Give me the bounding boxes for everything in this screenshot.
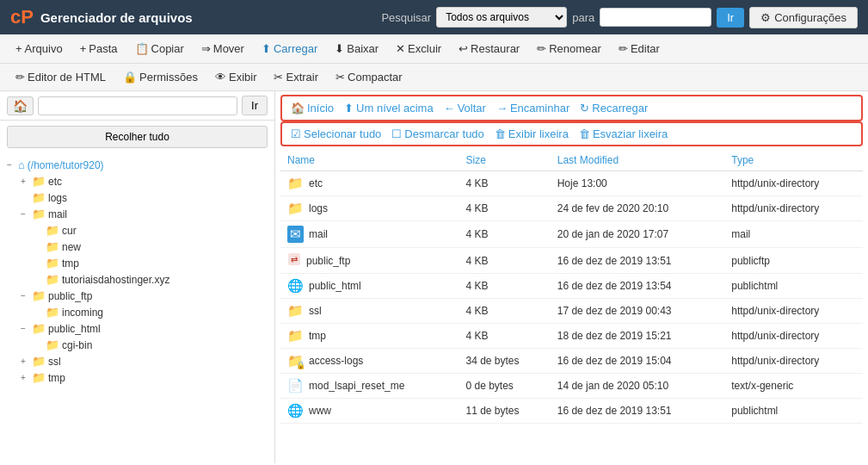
new-file-button[interactable]: + Arquivo — [9, 40, 70, 58]
tree-item-new[interactable]: 📁 new — [34, 239, 268, 255]
tree-root[interactable]: − ⌂ (/home/tutor920) — [7, 157, 268, 173]
file-modified: 16 de dez de 2019 13:54 — [551, 274, 725, 299]
tree-item-cur[interactable]: 📁 cur — [34, 222, 268, 239]
table-row[interactable]: 📄 mod_lsapi_reset_me 0 de bytes 14 de ja… — [280, 374, 863, 399]
config-button[interactable]: ⚙ Configurações — [749, 7, 858, 28]
folder-icon-tmp-root: 📁 — [32, 371, 46, 384]
file-icon: 📁 — [287, 328, 304, 344]
tree-item-etc[interactable]: + 📁 etc — [21, 173, 268, 189]
search-input[interactable] — [600, 8, 711, 27]
tree-mail-children: 📁 cur 📁 new 📁 tmp — [21, 222, 268, 288]
back-link[interactable]: ← Voltar — [444, 102, 486, 115]
folder-icon-tutoriais: 📁 — [46, 273, 59, 286]
toolbar2: ✏ Editor de HTML 🔒 Permissões 👁 Exibir ✂… — [0, 64, 868, 91]
folder-icon-ssl: 📁 — [32, 355, 46, 368]
tree-root-children: + 📁 etc 📁 logs − 📁 mail — [7, 173, 268, 386]
col-name[interactable]: Name — [280, 150, 459, 171]
inicio-link[interactable]: 🏠 Início — [291, 102, 334, 115]
file-size: 4 KB — [459, 248, 550, 274]
file-type: mail — [724, 221, 863, 248]
path-input[interactable] — [38, 96, 237, 115]
html-editor-button[interactable]: ✏ Editor de HTML — [9, 68, 113, 86]
permissions-button[interactable]: 🔒 Permissões — [116, 68, 205, 86]
home-folder-icon: ⌂ — [18, 158, 25, 171]
tree-item-logs[interactable]: 📁 logs — [21, 189, 268, 206]
file-name: access-logs — [309, 355, 363, 367]
search-label: Pesquisar — [381, 11, 431, 24]
table-row[interactable]: 📁 ssl 4 KB 17 de dez de 2019 00:43 httpd… — [280, 299, 863, 324]
tree-item-ssl[interactable]: + 📁 ssl — [21, 353, 268, 369]
rename-button[interactable]: ✏ Renomear — [530, 40, 608, 58]
upload-button[interactable]: ⬆ Carregar — [255, 40, 324, 58]
file-size: 4 KB — [459, 221, 550, 248]
table-row[interactable]: 📁🔒 access-logs 34 de bytes 16 de dez de … — [280, 349, 863, 374]
search-type-select[interactable]: Todos os arquivos Nomes de arquivos Cont… — [436, 7, 567, 28]
download-button[interactable]: ⬇ Baixar — [328, 40, 385, 58]
table-row[interactable]: 📁 etc 4 KB Hoje 13:00 httpd/unix-directo… — [280, 171, 863, 196]
file-name-cell[interactable]: 📁🔒 access-logs — [280, 349, 459, 374]
table-row[interactable]: 📁 logs 4 KB 24 de fev de 2020 20:10 http… — [280, 196, 863, 221]
file-name-cell[interactable]: 📁 tmp — [280, 324, 459, 349]
compress-button[interactable]: ✂ Compactar — [329, 68, 409, 86]
col-type[interactable]: Type — [724, 150, 863, 171]
up-level-link[interactable]: ⬆ Um nível acima — [344, 102, 434, 115]
file-name-cell[interactable]: 📁 ssl — [280, 299, 459, 324]
file-icon: ✉ — [287, 226, 304, 243]
collapse-all-button[interactable]: Recolher tudo — [7, 126, 268, 148]
file-name-cell[interactable]: 📄 mod_lsapi_reset_me — [280, 374, 459, 399]
file-name-cell[interactable]: 🌐 www — [280, 399, 459, 424]
col-modified[interactable]: Last Modified — [551, 150, 725, 171]
file-modified: 14 de jan de 2020 05:10 — [551, 374, 725, 399]
table-row[interactable]: 🌐 public_html 4 KB 16 de dez de 2019 13:… — [280, 274, 863, 299]
table-row[interactable]: 🌐 www 11 de bytes 16 de dez de 2019 13:5… — [280, 399, 863, 424]
empty-trash-link[interactable]: 🗑 Esvaziar lixeira — [579, 127, 668, 140]
table-row[interactable]: ✉ mail 4 KB 20 de jan de 2020 17:07 mail — [280, 221, 863, 248]
file-size: 0 de bytes — [459, 374, 550, 399]
deselect-all-link[interactable]: ☐ Desmarcar tudo — [391, 127, 483, 140]
delete-button[interactable]: ✕ Excluir — [389, 40, 448, 58]
reload-link[interactable]: ↻ Recarregar — [580, 102, 648, 115]
tree-item-public-ftp[interactable]: − 📁 public_ftp — [21, 288, 268, 304]
table-row[interactable]: 📁 tmp 4 KB 18 de dez de 2019 15:21 httpd… — [280, 324, 863, 349]
col-size[interactable]: Size — [459, 150, 550, 171]
tree-item-tmp-root[interactable]: + 📁 tmp — [21, 369, 268, 386]
file-name-cell[interactable]: 🌐 public_html — [280, 274, 459, 299]
show-trash-link[interactable]: 🗑 Exibir lixeira — [495, 127, 569, 140]
edit-button[interactable]: ✏ Editar — [612, 40, 667, 58]
forward-link[interactable]: → Encaminhar — [496, 102, 569, 115]
tree-item-tutoriais[interactable]: 📁 tutoriaisdahostinger.xyz — [34, 271, 268, 288]
file-name-cell[interactable]: ✉ mail — [280, 221, 459, 248]
tree-item-tmp-mail[interactable]: 📁 tmp — [34, 255, 268, 271]
file-name: mod_lsapi_reset_me — [309, 380, 404, 392]
file-modified: 16 de dez de 2019 13:51 — [551, 248, 725, 274]
file-name-cell[interactable]: ⇄ public_ftp — [280, 248, 459, 274]
right-panel: 🏠 Início ⬆ Um nível acima ← Voltar → Enc… — [275, 91, 868, 463]
tree-public-html-children: 📁 cgi-bin — [21, 337, 268, 353]
folder-icon-new: 📁 — [46, 240, 59, 253]
file-type: publicftp — [724, 248, 863, 274]
nav-bar: 🏠 Início ⬆ Um nível acima ← Voltar → Enc… — [280, 95, 863, 121]
view-button[interactable]: 👁 Exibir — [208, 68, 264, 86]
home-button[interactable]: 🏠 — [7, 96, 34, 115]
extract-button[interactable]: ✂ Extrair — [267, 68, 325, 86]
move-button[interactable]: ⇒ Mover — [194, 40, 251, 58]
tree-item-mail[interactable]: − 📁 mail — [21, 206, 268, 222]
search-go-button[interactable]: Ir — [717, 8, 744, 28]
file-type: httpd/unix-directory — [724, 196, 863, 221]
file-size: 4 KB — [459, 171, 550, 196]
copy-button[interactable]: 📋 Copiar — [128, 40, 191, 58]
file-size: 11 de bytes — [459, 399, 550, 424]
file-name-cell[interactable]: 📁 etc — [280, 171, 459, 196]
table-row[interactable]: ⇄ public_ftp 4 KB 16 de dez de 2019 13:5… — [280, 248, 863, 274]
tree-item-public-html[interactable]: − 📁 public_html — [21, 320, 268, 337]
file-icon: 📁🔒 — [287, 353, 304, 369]
select-all-link[interactable]: ☑ Selecionar tudo — [291, 127, 381, 140]
tree-item-cgi-bin[interactable]: 📁 cgi-bin — [34, 337, 268, 353]
file-name-cell[interactable]: 📁 logs — [280, 196, 459, 221]
file-name: public_ftp — [306, 255, 350, 267]
new-folder-button[interactable]: + Pasta — [73, 40, 125, 58]
restore-button[interactable]: ↩ Restaurar — [452, 40, 526, 58]
config-label: Configurações — [774, 11, 846, 24]
tree-item-incoming[interactable]: 📁 incoming — [34, 304, 268, 320]
path-go-button[interactable]: Ir — [242, 96, 268, 115]
